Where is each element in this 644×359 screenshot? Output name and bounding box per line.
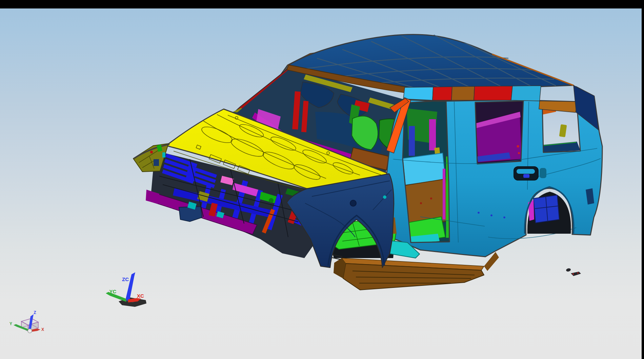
cad-viewport[interactable]: ZC YC XC Z Y X <box>0 0 644 359</box>
debris-long[interactable] <box>571 272 581 276</box>
debris-red-dot <box>577 272 579 274</box>
rivet-dot <box>503 216 505 218</box>
debris-parts[interactable] <box>566 268 581 276</box>
rail-segment-red-1[interactable] <box>432 87 452 100</box>
fender-tip-teal <box>162 152 165 157</box>
rail-segment-cyan-rear[interactable] <box>511 86 541 101</box>
view-cube-triad[interactable]: Z Y X <box>9 310 44 333</box>
handle-recess-2 <box>540 168 546 178</box>
fascia-green-circle <box>269 198 274 203</box>
floor-detail-dot <box>420 202 422 204</box>
view-origin-ball[interactable] <box>28 329 32 333</box>
view-y-label: Y <box>9 321 12 326</box>
rear-red-dot <box>518 152 520 154</box>
rail-segment-cyan-front[interactable] <box>403 87 433 100</box>
wcs-x-label: XC <box>137 293 144 299</box>
rear-red-dot <box>517 145 519 148</box>
debris-small[interactable] <box>566 268 571 272</box>
fender-tip-red-dot <box>150 151 153 153</box>
front-cavity-blue <box>409 126 415 156</box>
wcs-y-label: YC <box>109 289 117 294</box>
view-x-label: X <box>41 327 44 332</box>
rail-segment-red-2[interactable] <box>474 86 512 100</box>
fender-hole <box>350 200 356 206</box>
front-cavity-magenta <box>429 119 436 150</box>
bpillar-seal-magenta <box>443 169 445 219</box>
debris-red-dot <box>572 273 574 275</box>
rivet-dot <box>490 214 492 216</box>
rail-segment-brown[interactable] <box>451 86 475 100</box>
view-z-label: Z <box>34 310 36 315</box>
fender-tip-navy <box>154 159 159 166</box>
fender-teal-dot <box>383 195 386 199</box>
car-model[interactable] <box>133 35 602 290</box>
rivet-dot <box>478 212 480 214</box>
wcs-triad[interactable]: ZC YC XC <box>106 272 146 307</box>
handle-glint <box>523 174 529 178</box>
wcs-z-label: ZC <box>122 276 129 282</box>
model-canvas[interactable]: ZC YC XC Z Y X <box>0 0 644 359</box>
floor-detail-dot <box>430 197 432 199</box>
handle-bar[interactable] <box>517 169 535 174</box>
bumper-bracket-navy[interactable] <box>179 207 202 221</box>
